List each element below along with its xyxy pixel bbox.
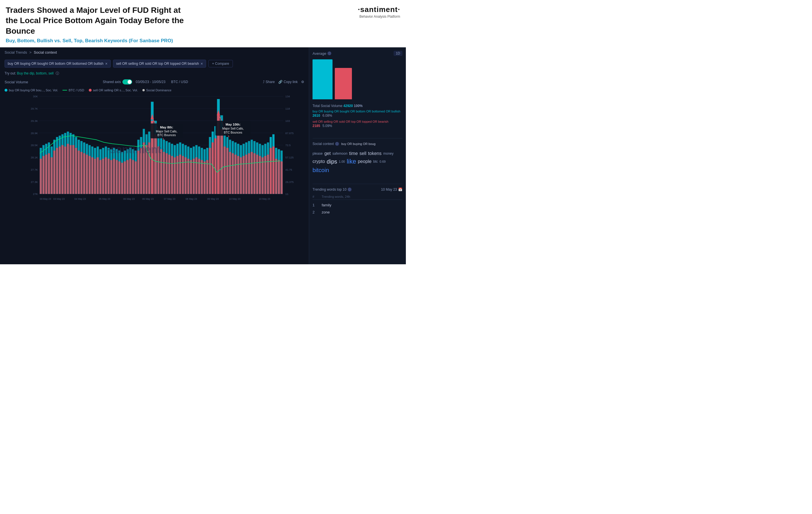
svg-text:03 May 23: 03 May 23	[40, 198, 51, 201]
filter-bar: buy OR buying OR bought OR bottom OR bot…	[0, 57, 309, 70]
word-money: money	[383, 151, 394, 155]
svg-rect-162	[224, 146, 226, 194]
bar-red	[335, 68, 352, 99]
svg-rect-136	[187, 159, 190, 194]
compare-label: + Compare	[212, 62, 229, 66]
compare-button[interactable]: + Compare	[208, 60, 233, 67]
svg-rect-140	[193, 159, 195, 194]
legend-item-buy: buy OR buying OR bou..., Soc. Vol.	[5, 88, 58, 92]
svg-rect-134	[184, 157, 187, 194]
legend-label-btc: BTC / USD	[68, 88, 84, 92]
svg-rect-36	[51, 157, 53, 194]
page-wrapper: Traders Showed a Major Level of FUD Righ…	[0, 0, 406, 264]
svg-rect-66	[91, 157, 94, 194]
legend-dot-sell	[89, 89, 92, 92]
svg-text:72.5: 72.5	[285, 144, 291, 147]
svg-rect-44	[61, 145, 64, 194]
series1-stats: 2610 6.08%	[313, 114, 402, 118]
panel-period[interactable]: 1D	[394, 51, 402, 56]
svg-rect-58	[81, 152, 83, 194]
share-button[interactable]: ⤴ Share	[263, 80, 275, 84]
svg-rect-90	[124, 162, 126, 194]
svg-text:30K: 30K	[33, 95, 38, 98]
svg-rect-30	[42, 156, 45, 194]
date-range: 03/05/23 - 10/05/23	[136, 80, 165, 84]
svg-rect-194	[267, 155, 269, 194]
word-time: time	[349, 151, 358, 156]
svg-rect-178	[245, 155, 248, 194]
trending-col-hash: #	[313, 195, 318, 198]
panel-header: Average ⓘ 1D	[313, 51, 402, 56]
svg-rect-78	[108, 159, 110, 194]
svg-text:28.5K: 28.5K	[31, 144, 38, 147]
share-label: Share	[266, 80, 275, 84]
try-out: Try out: Buy the dip, bottom, sell ⓘ	[0, 70, 309, 77]
try-out-link[interactable]: Buy the dip, bottom, sell	[17, 72, 54, 75]
svg-text:May 10th:: May 10th:	[226, 123, 241, 126]
series1-pct: 6.08%	[322, 114, 332, 118]
svg-rect-172	[237, 156, 239, 194]
share-icon: ⤴	[263, 80, 265, 84]
svg-rect-186	[256, 155, 258, 194]
settings-button[interactable]: ⚙	[301, 80, 304, 84]
try-out-label: Try out:	[5, 72, 16, 75]
svg-rect-204	[281, 162, 283, 194]
copy-link-label: Copy link	[284, 80, 298, 84]
svg-text:134: 134	[285, 95, 290, 98]
svg-rect-160	[220, 129, 223, 194]
svg-rect-202	[278, 160, 280, 194]
trending-info: ⓘ	[348, 188, 352, 192]
copy-link-button[interactable]: 🔗 Copy link	[278, 80, 298, 84]
filter-tag-2-label: sell OR selling OR sold OR top OR topped…	[116, 62, 199, 66]
total-volume-pct: 100%	[354, 104, 363, 108]
svg-rect-144	[198, 159, 200, 194]
svg-rect-124	[171, 156, 173, 194]
filter-tag-1-close[interactable]: ×	[105, 61, 108, 66]
svg-rect-188	[259, 156, 261, 194]
svg-rect-118	[163, 152, 165, 194]
series1-value: 2610	[313, 114, 320, 118]
series2-label: sell OR selling OR sold OR top OR topped…	[313, 120, 402, 123]
svg-rect-64	[88, 156, 91, 194]
chart-label: Social Volume	[5, 80, 28, 84]
calendar-icon[interactable]: 📅	[398, 188, 402, 192]
svg-rect-96	[132, 160, 134, 194]
right-panel: Average ⓘ 1D Total Social Volume 42920 1…	[309, 47, 406, 264]
word-crypto: crypto	[313, 159, 325, 164]
trending-row-1: 1 family	[313, 201, 402, 209]
svg-rect-34	[48, 153, 50, 194]
svg-text:28.9K: 28.9K	[31, 132, 38, 135]
try-out-info: ⓘ	[56, 72, 59, 75]
svg-rect-146	[201, 160, 203, 194]
svg-rect-128	[176, 156, 179, 194]
svg-rect-168	[232, 153, 234, 194]
filter-tag-2[interactable]: sell OR selling OR sold OR top OR topped…	[113, 60, 206, 68]
shared-axis: Shared axis	[103, 79, 132, 84]
legend-label-dominance: Social Dominance	[146, 88, 172, 92]
shared-axis-toggle[interactable]	[122, 79, 132, 84]
word-tokens: tokens	[368, 151, 382, 156]
breadcrumb-item1[interactable]: Social Trends	[5, 50, 27, 55]
filter-tag-1[interactable]: buy OR buying OR bought OR bottom OR bot…	[5, 60, 111, 68]
svg-rect-126	[174, 157, 176, 194]
svg-text:May 8th:: May 8th:	[160, 125, 173, 129]
social-context-section: Social context ⓘ buy OR buying OR boug p…	[313, 142, 402, 176]
word-dips: dips	[327, 159, 337, 165]
filter-tag-2-close[interactable]: ×	[201, 61, 203, 66]
trending-word-2: zone	[322, 210, 330, 214]
svg-rect-92	[126, 160, 129, 194]
svg-rect-200	[275, 159, 278, 194]
legend-item-btc: BTC / USD	[62, 88, 84, 92]
svg-rect-166	[229, 152, 231, 194]
brand-name: ·santiment·	[358, 5, 400, 14]
word-sell: sell	[359, 151, 367, 156]
btc-pair: BTC / USD	[171, 80, 188, 84]
svg-rect-62	[86, 155, 88, 194]
svg-rect-32	[45, 155, 48, 194]
word-btc: btc	[373, 160, 378, 164]
word-bitcoin-score: 0.69	[380, 160, 385, 163]
svg-text:03 May 23: 03 May 23	[53, 198, 65, 201]
word-cloud: please get safemoon time sell tokens mon…	[313, 149, 402, 176]
svg-rect-132	[182, 156, 184, 194]
svg-text:103: 103	[285, 119, 290, 122]
